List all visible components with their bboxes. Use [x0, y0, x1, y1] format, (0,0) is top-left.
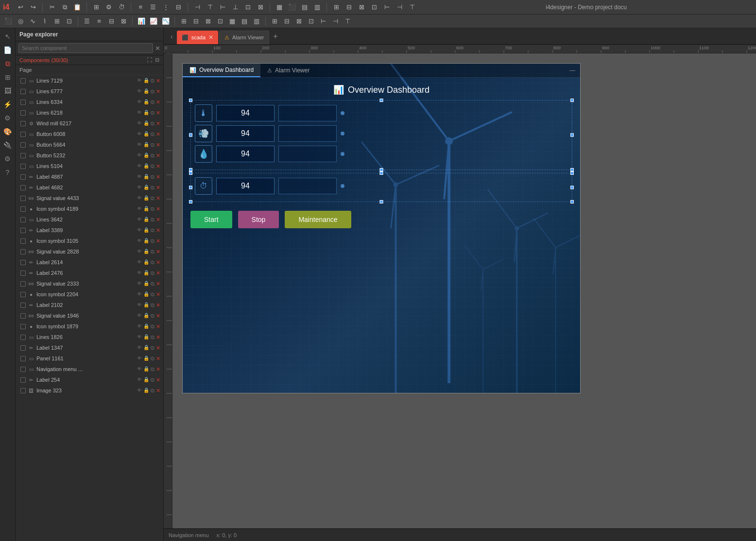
layer-item[interactable]: ⚙Wind mill 6217👁🔒⧉✕ — [16, 118, 163, 129]
layer-visibility-btn[interactable]: 👁 — [137, 249, 142, 255]
layer-visibility-btn[interactable]: 👁 — [137, 270, 142, 276]
layer-item[interactable]: ●Icon symbol 3105👁🔒⧉✕ — [16, 236, 163, 246]
toolbar2-btn1[interactable]: ⬛ — [3, 16, 14, 27]
layer-item[interactable]: ▭Lines 5104👁🔒⧉✕ — [16, 161, 163, 171]
toolbar-align3[interactable]: ⊢ — [217, 2, 228, 13]
layer-lock-btn[interactable]: 🔒 — [143, 313, 149, 319]
search-input[interactable] — [18, 43, 153, 53]
stop-button[interactable]: Stop — [238, 211, 279, 228]
layer-delete-btn[interactable]: ✕ — [156, 88, 160, 95]
layer-lock-btn[interactable]: 🔒 — [143, 174, 149, 180]
layer-item[interactable]: ≡≡Signal value 4433👁🔒⧉✕ — [16, 193, 163, 203]
toolbar2-chart1[interactable]: 📊 — [136, 16, 147, 27]
toolbar2-btn5[interactable]: ⊞ — [52, 16, 62, 27]
layer-lock-btn[interactable]: 🔒 — [143, 238, 149, 244]
layer-visibility-btn[interactable]: 👁 — [137, 302, 142, 308]
toolbar-align5[interactable]: ⊡ — [242, 2, 253, 13]
layer-item[interactable]: ●Icon symbol 4189👁🔒⧉✕ — [16, 203, 163, 214]
layer-item[interactable]: ✏Label 254👁🔒⧉✕ — [16, 374, 163, 385]
toolbar-settings[interactable]: ⚙ — [103, 2, 114, 13]
layer-delete-btn[interactable]: ✕ — [156, 152, 160, 159]
toolbar-align6[interactable]: ⊠ — [255, 2, 266, 13]
layer-visibility-btn[interactable]: 👁 — [137, 185, 142, 191]
layer-delete-btn[interactable]: ✕ — [156, 270, 160, 276]
layer-lock-btn[interactable]: 🔒 — [143, 142, 149, 148]
iconbar-settings[interactable]: ⚙ — [1, 152, 14, 165]
layer-visibility-btn[interactable]: 👁 — [137, 238, 142, 244]
handle-bl-1[interactable] — [189, 168, 192, 171]
layer-item[interactable]: ≡≡Signal value 2828👁🔒⧉✕ — [16, 246, 163, 257]
search-clear-btn[interactable]: ✕ — [155, 45, 160, 52]
layer-delete-btn[interactable]: ✕ — [156, 217, 160, 223]
start-button[interactable]: Start — [190, 211, 232, 228]
layer-delete-btn[interactable]: ✕ — [156, 110, 160, 116]
layer-delete-btn[interactable]: ✕ — [156, 377, 160, 383]
toolbar-grid7[interactable]: ⊤ — [407, 2, 417, 13]
layer-item[interactable]: ▭Lines 3642👁🔒⧉✕ — [16, 214, 163, 225]
toolbar2-btn9[interactable]: ⊟ — [106, 16, 117, 27]
layer-delete-btn[interactable]: ✕ — [156, 323, 160, 330]
layer-visibility-btn[interactable]: 👁 — [137, 281, 142, 287]
layer-delete-btn[interactable]: ✕ — [156, 302, 160, 308]
layer-copy-btn[interactable]: ⧉ — [151, 259, 155, 266]
layer-lock-btn[interactable]: 🔒 — [143, 345, 149, 351]
layer-copy-btn[interactable]: ⧉ — [151, 195, 155, 202]
layer-visibility-btn[interactable]: 👁 — [137, 291, 142, 298]
layer-copy-btn[interactable]: ⧉ — [151, 270, 155, 276]
layer-item[interactable]: ▭Lines 1826👁🔒⧉✕ — [16, 332, 163, 342]
layer-item[interactable]: ▭Panel 1161👁🔒⧉✕ — [16, 353, 163, 364]
layer-visibility-btn[interactable]: 👁 — [137, 355, 142, 362]
iconbar-signals[interactable]: ⚡ — [1, 98, 14, 111]
toolbar-paste[interactable]: 📋 — [72, 2, 83, 13]
layer-delete-btn[interactable]: ✕ — [156, 163, 160, 169]
layer-visibility-btn[interactable]: 👁 — [137, 120, 142, 127]
layer-lock-btn[interactable]: 🔒 — [143, 78, 149, 84]
layer-lock-btn[interactable]: 🔒 — [143, 206, 149, 212]
toolbar2-btn8[interactable]: ≡ — [94, 16, 104, 27]
layer-delete-btn[interactable]: ✕ — [156, 249, 160, 255]
layer-checkbox[interactable] — [20, 345, 26, 351]
layer-checkbox[interactable] — [20, 356, 26, 361]
comp-collapse-icon[interactable]: ⊟ — [155, 57, 159, 63]
layer-item[interactable]: ✏Label 2476👁🔒⧉✕ — [16, 268, 163, 278]
toolbar-timer[interactable]: ⏱ — [116, 2, 127, 13]
layer-delete-btn[interactable]: ✕ — [156, 142, 160, 148]
layer-checkbox[interactable] — [20, 377, 26, 383]
layer-copy-btn[interactable]: ⧉ — [151, 281, 155, 287]
toolbar2-g6[interactable]: ⊣ — [330, 16, 341, 27]
layer-checkbox[interactable] — [20, 110, 26, 116]
toolbar2-g2[interactable]: ⊟ — [281, 16, 292, 27]
layer-item[interactable]: ✏Label 4887👁🔒⧉✕ — [16, 171, 163, 182]
layer-checkbox[interactable] — [20, 78, 26, 84]
layer-visibility-btn[interactable]: 👁 — [137, 142, 142, 148]
layer-checkbox[interactable] — [20, 100, 26, 105]
layer-checkbox[interactable] — [20, 121, 26, 126]
layer-lock-btn[interactable]: 🔒 — [143, 291, 149, 298]
layer-visibility-btn[interactable]: 👁 — [137, 259, 142, 266]
handle-tc-2[interactable] — [380, 171, 383, 175]
layer-copy-btn[interactable]: ⧉ — [151, 217, 155, 223]
layer-lock-btn[interactable]: 🔒 — [143, 185, 149, 191]
layer-checkbox[interactable] — [20, 324, 26, 329]
toolbar-redo[interactable]: ↪ — [28, 2, 38, 13]
layer-copy-btn[interactable]: ⧉ — [151, 238, 155, 244]
layer-delete-btn[interactable]: ✕ — [156, 227, 160, 234]
toolbar-grid2[interactable]: ⊟ — [344, 2, 354, 13]
layer-checkbox[interactable] — [20, 238, 26, 244]
layer-checkbox[interactable] — [20, 303, 26, 308]
layer-checkbox[interactable] — [20, 270, 26, 276]
layer-lock-btn[interactable]: 🔒 — [143, 131, 149, 137]
layer-checkbox[interactable] — [20, 153, 26, 158]
layer-item[interactable]: ✏Label 2614👁🔒⧉✕ — [16, 257, 163, 268]
layer-delete-btn[interactable]: ✕ — [156, 131, 160, 137]
layer-lock-btn[interactable]: 🔒 — [143, 217, 149, 223]
toolbar-align4[interactable]: ⊥ — [230, 2, 241, 13]
layer-delete-btn[interactable]: ✕ — [156, 185, 160, 191]
layer-delete-btn[interactable]: ✕ — [156, 174, 160, 180]
layer-checkbox[interactable] — [20, 174, 26, 180]
toolbar-chart2[interactable]: ⬛ — [287, 2, 297, 13]
handle-tl-2[interactable] — [189, 171, 192, 175]
iconbar-plugins[interactable]: 🔌 — [1, 139, 14, 152]
layer-visibility-btn[interactable]: 👁 — [137, 345, 142, 351]
layer-copy-btn[interactable]: ⧉ — [151, 345, 155, 351]
